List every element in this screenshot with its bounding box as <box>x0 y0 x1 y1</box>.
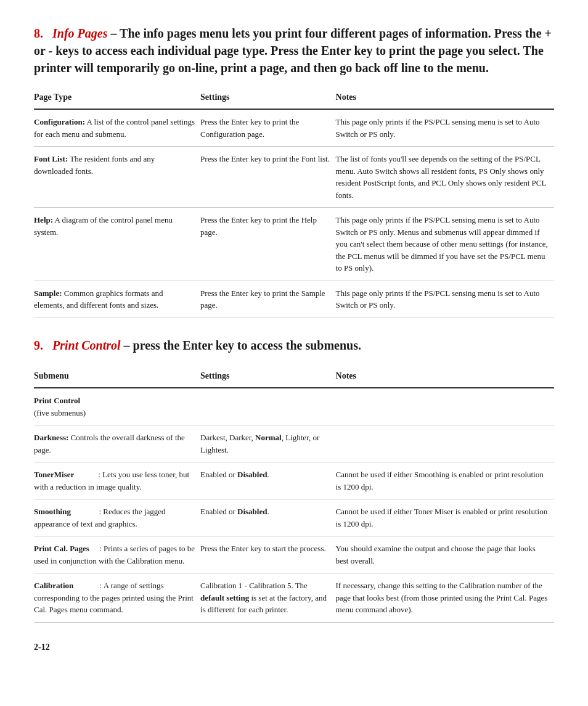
section8-title-desc-inline: – The info pages menu lets you print fou… <box>34 27 552 75</box>
row-pagetype: Configuration: A list of the control pan… <box>34 109 200 147</box>
row-notes: This page only prints if the PS/PCL sens… <box>336 109 554 147</box>
row-pagetype: Smoothing : Reduces the jagged appearanc… <box>34 499 200 536</box>
row-settings: Calibration 1 - Calibration 5. The defau… <box>200 573 335 623</box>
row-pagetype: Print Cal. Pages : Prints a series of pa… <box>34 536 200 573</box>
section8-col2-header: Settings <box>200 88 335 109</box>
row-notes: You should examine the output and choose… <box>336 536 554 573</box>
pagetype-bold: TonerMiser <box>34 470 74 479</box>
pagetype-sub: (five submenus) <box>34 408 86 417</box>
row-settings: Press the Enter key to print the Help pa… <box>200 208 335 281</box>
section8-title: 8. Info Pages – The info pages menu lets… <box>34 25 554 76</box>
pagetype-bold: Configuration: <box>34 117 85 126</box>
section9-header: 9. Print Control – press the Enter key t… <box>34 337 554 354</box>
table-row: Print Control (five submenus) <box>34 388 554 425</box>
section9-col1-header: Submenu <box>34 366 200 388</box>
row-notes <box>336 425 554 462</box>
row-settings: Press the Enter key to print the Font li… <box>200 147 335 208</box>
table-row: Calibration : A range of settings corres… <box>34 573 554 623</box>
row-pagetype: Font List: The resident fonts and any do… <box>34 147 200 208</box>
row-pagetype: Darkness: Controls the overall darkness … <box>34 425 200 462</box>
pagetype-bold: Print Cal. Pages <box>34 544 89 553</box>
pagetype-colon: : <box>76 581 104 590</box>
section8-title-word: Info Pages <box>52 27 107 40</box>
section9-number: 9. <box>34 339 43 352</box>
section8-number: 8. <box>34 27 43 40</box>
pagetype-bold: Help: <box>34 215 53 224</box>
row-settings: Darkest, Darker, Normal, Lighter, or Lig… <box>200 425 335 462</box>
row-pagetype: Print Control (five submenus) <box>34 388 200 425</box>
table-row: Darkness: Controls the overall darkness … <box>34 425 554 462</box>
section9-title-word: Print Control <box>52 339 121 352</box>
row-pagetype: Help: A diagram of the control panel men… <box>34 208 200 281</box>
row-settings <box>200 388 335 425</box>
pagetype-bold: Sample: <box>34 289 62 298</box>
row-notes: The list of fonts you'll see depends on … <box>336 147 554 208</box>
row-notes: Cannot be used if either Smoothing is en… <box>336 462 554 499</box>
row-notes <box>336 388 554 425</box>
row-pagetype: TonerMiser : Lets you use less toner, bu… <box>34 462 200 499</box>
row-settings: Press the Enter key to print the Sample … <box>200 281 335 318</box>
row-settings: Enabled or Disabled. <box>200 499 335 536</box>
row-notes: Cannot be used if either Toner Miser is … <box>336 499 554 536</box>
page-number: 2-12 <box>34 641 554 654</box>
row-notes: This page only prints if the PS/PCL sens… <box>336 281 554 318</box>
row-pagetype: Calibration : A range of settings corres… <box>34 573 200 623</box>
section8-col3-header: Notes <box>336 88 554 109</box>
row-pagetype: Sample: Common graphics formats and elem… <box>34 281 200 318</box>
section9-table: Submenu Settings Notes Print Control (fi… <box>34 366 554 623</box>
table-row: Help: A diagram of the control panel men… <box>34 208 554 281</box>
pagetype-bold: Calibration <box>34 581 73 590</box>
row-settings: Press the Enter key to print the Configu… <box>200 109 335 147</box>
pagetype-colon: : <box>73 507 103 516</box>
table-row: TonerMiser : Lets you use less toner, bu… <box>34 462 554 499</box>
section8-col1-header: Page Type <box>34 88 200 109</box>
table-row: Font List: The resident fonts and any do… <box>34 147 554 208</box>
section9-title: 9. Print Control – press the Enter key t… <box>34 337 554 354</box>
pagetype-bold: Darkness: <box>34 433 68 442</box>
pagetype-bold: Smoothing <box>34 507 71 516</box>
pagetype-colon: : <box>91 544 104 553</box>
section8-header: 8. Info Pages – The info pages menu lets… <box>34 25 554 76</box>
pagetype-bold: Font List: <box>34 154 68 163</box>
section8-table: Page Type Settings Notes Configuration: … <box>34 88 554 318</box>
row-settings: Press the Enter key to start the process… <box>200 536 335 573</box>
pagetype-bold: Print Control <box>34 396 80 405</box>
table-row: Sample: Common graphics formats and elem… <box>34 281 554 318</box>
table-row: Print Cal. Pages : Prints a series of pa… <box>34 536 554 573</box>
section9-col3-header: Notes <box>336 366 554 388</box>
table-row: Configuration: A list of the control pan… <box>34 109 554 147</box>
row-notes: If necessary, change this setting to the… <box>336 573 554 623</box>
table-row: Smoothing : Reduces the jagged appearanc… <box>34 499 554 536</box>
section9-col2-header: Settings <box>200 366 335 388</box>
pagetype-colon: : <box>76 470 102 479</box>
row-settings: Enabled or Disabled. <box>200 462 335 499</box>
pagetype-rest: A diagram of the control panel menu syst… <box>34 215 173 237</box>
row-notes: This page only prints if the PS/PCL sens… <box>336 208 554 281</box>
section9-desc: – press the Enter key to access the subm… <box>124 339 361 352</box>
